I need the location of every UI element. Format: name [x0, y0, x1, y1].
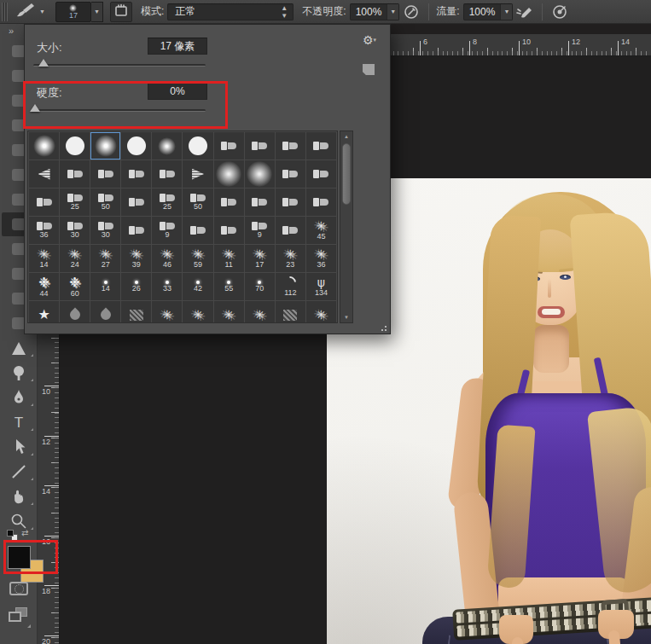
brush-tool-options-button[interactable]: ▼ — [15, 1, 45, 22]
brush-preset[interactable] — [245, 132, 275, 160]
brush-preset[interactable] — [245, 160, 275, 188]
brush-preset[interactable] — [90, 301, 120, 323]
brush-picker-caret[interactable]: ▼ — [91, 2, 103, 22]
brush-preset[interactable] — [214, 160, 244, 188]
brush-preset[interactable]: ❉44 — [29, 273, 59, 300]
brush-preset[interactable]: ✳11 — [214, 245, 244, 272]
brush-preset[interactable]: 50 — [90, 189, 120, 216]
brush-preset[interactable] — [29, 132, 59, 160]
brush-preset[interactable]: ✳23 — [276, 245, 305, 272]
brush-preset[interactable]: ✳36 — [306, 245, 336, 272]
brush-preset[interactable] — [214, 132, 244, 160]
brush-preset[interactable]: ✳45 — [306, 217, 336, 244]
brush-preset[interactable]: ✳59 — [183, 245, 212, 272]
brush-preset[interactable]: 30 — [90, 217, 120, 244]
brush-preset[interactable] — [90, 132, 120, 160]
brush-preset[interactable]: ★ — [29, 301, 59, 323]
brush-preset[interactable] — [276, 189, 305, 216]
size-slider[interactable] — [33, 64, 206, 67]
brush-preset[interactable]: ❉60 — [60, 273, 90, 300]
screen-mode-button[interactable] — [9, 607, 29, 624]
brush-preset[interactable] — [245, 189, 275, 216]
brush-preset[interactable]: 14 — [90, 273, 120, 300]
size-slider-thumb[interactable] — [38, 59, 49, 67]
brush-preset[interactable] — [306, 160, 336, 188]
brush-preset[interactable]: ✳39 — [121, 245, 151, 272]
brush-preset[interactable] — [276, 301, 305, 323]
brush-preset[interactable] — [214, 217, 244, 244]
brush-preset[interactable]: ✳17 — [245, 245, 275, 272]
tablet-opacity-icon[interactable] — [401, 3, 421, 21]
brush-preset[interactable]: 50 — [183, 189, 212, 216]
tool-pen[interactable] — [2, 386, 36, 409]
brush-preset[interactable] — [214, 189, 244, 216]
tool-dodge[interactable] — [2, 361, 36, 385]
tool-sharpen[interactable] — [2, 336, 36, 360]
options-bar-gripper[interactable] — [2, 3, 8, 21]
brush-preset[interactable] — [183, 132, 212, 160]
brush-preset[interactable] — [29, 160, 59, 188]
flow-caret[interactable]: ▼ — [500, 4, 512, 20]
brush-preset[interactable]: 42 — [183, 273, 212, 300]
tool-hand[interactable] — [2, 484, 36, 508]
brush-preset[interactable] — [276, 132, 305, 160]
scroll-down-icon[interactable]: ▼ — [340, 312, 352, 322]
airbrush-icon[interactable] — [514, 3, 535, 21]
brush-preset[interactable] — [121, 189, 151, 216]
quick-mask-button[interactable] — [9, 582, 28, 595]
brush-preset[interactable] — [60, 160, 90, 188]
brush-preset[interactable]: 9 — [152, 217, 182, 244]
brush-preset[interactable]: ✳ — [183, 301, 212, 323]
brush-preset[interactable]: 26 — [121, 273, 151, 300]
brush-preset[interactable]: 112 — [276, 273, 305, 300]
brush-preset[interactable] — [60, 301, 90, 323]
brush-preset[interactable]: ✳27 — [90, 245, 120, 272]
brush-preset[interactable]: 33 — [152, 273, 182, 300]
brush-preset[interactable]: ✳ — [214, 301, 244, 323]
brush-preset[interactable] — [183, 217, 212, 244]
brush-preset[interactable]: 25 — [60, 189, 90, 216]
tool-path-selection[interactable] — [2, 435, 36, 459]
brush-preset[interactable] — [121, 132, 151, 160]
brush-preset-picker-button[interactable]: 17 — [55, 2, 91, 22]
opacity-field[interactable]: 100% ▼ — [350, 3, 400, 20]
brush-preset[interactable] — [183, 160, 212, 188]
opacity-caret[interactable]: ▼ — [387, 4, 398, 20]
size-value-field[interactable]: 17 像素 — [148, 38, 207, 55]
flow-field[interactable]: 100% ▼ — [463, 3, 514, 20]
brush-preset[interactable] — [121, 301, 151, 323]
brush-preset[interactable]: 36 — [29, 217, 59, 244]
resize-grip-icon[interactable] — [379, 323, 387, 331]
brush-preset[interactable]: 30 — [60, 217, 90, 244]
brush-preset[interactable] — [29, 189, 59, 216]
brush-preset[interactable]: ✳ — [245, 301, 275, 323]
new-preset-icon[interactable] — [363, 64, 375, 75]
brush-preset[interactable]: ✳ — [152, 301, 182, 323]
panel-menu-button[interactable]: ⚙▾ — [363, 33, 376, 47]
brush-preset[interactable] — [276, 160, 305, 188]
brush-preset[interactable] — [276, 217, 305, 244]
brush-preset[interactable]: 70 — [245, 273, 275, 300]
tool-type[interactable]: T — [2, 410, 36, 434]
brush-preset[interactable] — [306, 132, 336, 160]
brush-grid-scrollbar[interactable]: ▲ ▼ — [340, 131, 353, 323]
brush-preset[interactable] — [121, 160, 151, 188]
brush-preset[interactable]: ✳ — [306, 301, 336, 323]
brush-preset[interactable]: ψ134 — [306, 273, 336, 300]
brush-preset[interactable] — [152, 132, 182, 160]
collapse-tools-icon[interactable]: » — [9, 26, 13, 36]
brush-preset[interactable]: 9 — [245, 217, 275, 244]
toggle-brush-panel-button[interactable] — [110, 2, 132, 22]
brush-preset[interactable] — [60, 132, 90, 160]
mode-select[interactable]: 正常 ▲▼ — [167, 3, 294, 20]
scrollbar-thumb[interactable] — [342, 143, 351, 205]
brush-preset[interactable]: 55 — [214, 273, 244, 300]
brush-preset[interactable]: ✳24 — [60, 245, 90, 272]
brush-preset[interactable] — [152, 160, 182, 188]
brush-preset[interactable]: ✳14 — [29, 245, 59, 272]
brush-preset[interactable]: 25 — [152, 189, 182, 216]
tablet-size-icon[interactable] — [549, 3, 570, 21]
tool-line[interactable] — [2, 460, 36, 484]
brush-preset[interactable] — [121, 217, 151, 244]
brush-preset[interactable] — [306, 189, 336, 216]
